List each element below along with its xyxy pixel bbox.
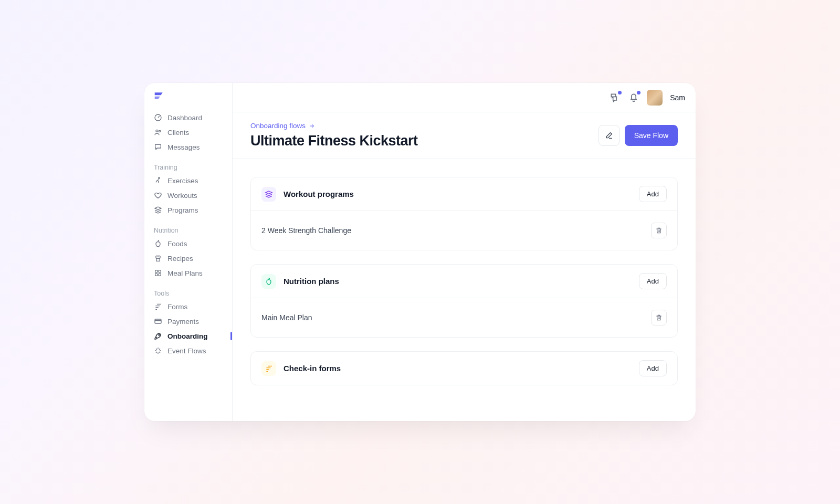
add-workout-program-button[interactable]: Add [639,186,667,202]
add-checkin-form-button[interactable]: Add [639,360,667,376]
sidebar-item-clients[interactable]: Clients [144,125,232,140]
nav-label: Payments [167,318,199,326]
nav-label: Meal Plans [167,269,203,277]
chef-icon [154,254,162,262]
form-icon [154,302,162,311]
topbar: Sam [233,83,696,112]
add-nutrition-plan-button[interactable]: Add [639,273,667,289]
item-name: Main Meal Plan [261,313,312,322]
main-content: Sam Onboarding flows Ultimate Fitness Ki… [233,83,696,421]
nav-heading-training: Training [144,159,232,173]
edit-icon [605,131,613,140]
page-title: Ultimate Fitness Kickstart [250,133,418,149]
sidebar-item-onboarding[interactable]: Onboarding [144,329,232,343]
trash-icon [655,314,663,321]
section-header: Nutrition plans Add [251,265,677,298]
arrow-right-icon [309,123,315,129]
section-workout-programs: Workout programs Add 2 Week Strength Cha… [250,177,678,250]
grid-icon [154,269,162,277]
section-checkin-forms: Check-in forms Add [250,351,678,385]
sparkle-icon [154,346,162,355]
notifications-button[interactable] [628,92,639,103]
logo [144,91,232,108]
section-nutrition-plans: Nutrition plans Add Main Meal Plan [250,264,678,338]
svg-rect-6 [155,274,158,276]
edit-button[interactable] [598,125,620,146]
nav-training-group: Training Exercises Workouts Programs [144,156,232,219]
nav-label: Foods [167,240,187,248]
section-title: Nutrition plans [284,277,339,286]
content-scroll: Workout programs Add 2 Week Strength Cha… [233,159,696,421]
nav-nutrition-group: Nutrition Foods Recipes Meal Plans [144,219,232,282]
username: Sam [670,93,685,102]
stack-icon [261,187,276,202]
nav-label: Recipes [167,255,193,262]
svg-rect-5 [159,270,161,272]
nav-main-group: Dashboard Clients Messages [144,108,232,156]
svg-rect-7 [159,274,161,276]
svg-point-3 [159,177,160,179]
sidebar-item-programs[interactable]: Programs [144,203,232,217]
nav-label: Dashboard [167,114,202,122]
users-icon [154,128,162,136]
sidebar-item-meal-plans[interactable]: Meal Plans [144,266,232,280]
header-actions: Save Flow [598,125,678,146]
nav-label: Clients [167,129,189,136]
sidebar-item-workouts[interactable]: Workouts [144,188,232,203]
nav-label: Forms [167,303,187,311]
nav-heading-nutrition: Nutrition [144,222,232,236]
save-flow-button[interactable]: Save Flow [625,125,678,146]
section-title: Workout programs [284,190,354,198]
breadcrumb-label: Onboarding flows [250,122,306,130]
sidebar-item-dashboard[interactable]: Dashboard [144,110,232,125]
form-icon [261,361,276,376]
svg-point-9 [159,334,160,335]
gauge-icon [154,113,162,122]
list-item: Main Meal Plan [251,298,677,337]
avatar[interactable] [647,90,663,106]
card-icon [154,317,162,326]
nav-label: Messages [167,143,200,151]
svg-point-1 [156,130,158,132]
heart-icon [154,191,162,200]
run-icon [154,176,162,185]
sidebar-item-payments[interactable]: Payments [144,314,232,329]
sidebar-item-event-flows[interactable]: Event Flows [144,343,232,358]
nav-tools-group: Tools Forms Payments Onboarding Event Fl… [144,282,232,360]
svg-rect-8 [155,319,161,323]
item-name: 2 Week Strength Challenge [261,226,351,235]
nav-label: Onboarding [167,332,208,340]
sidebar-item-exercises[interactable]: Exercises [144,173,232,188]
nav-label: Exercises [167,177,198,185]
notification-dot [637,91,640,94]
nav-label: Programs [167,206,198,214]
nav-heading-tools: Tools [144,285,232,299]
delete-item-button[interactable] [651,310,667,326]
apple-icon [261,274,276,289]
svg-rect-4 [155,270,158,272]
nav-label: Workouts [167,192,197,200]
sidebar-item-messages[interactable]: Messages [144,140,232,154]
delete-item-button[interactable] [651,223,667,238]
apple-icon [154,239,162,248]
sidebar: Dashboard Clients Messages Training Exer… [144,83,233,421]
rocket-icon [154,332,162,340]
chat-icon [154,143,162,151]
nav-label: Event Flows [167,347,206,355]
sidebar-item-forms[interactable]: Forms [144,299,232,314]
sidebar-item-foods[interactable]: Foods [144,236,232,251]
breadcrumb[interactable]: Onboarding flows [250,122,418,130]
messages-button[interactable] [609,92,621,103]
section-header: Workout programs Add [251,177,677,211]
app-window: Dashboard Clients Messages Training Exer… [144,83,696,421]
sidebar-item-recipes[interactable]: Recipes [144,251,232,266]
page-header: Onboarding flows Ultimate Fitness Kickst… [233,112,696,159]
trash-icon [655,227,663,234]
list-item: 2 Week Strength Challenge [251,211,677,250]
notification-dot [618,91,622,94]
section-header: Check-in forms Add [251,352,677,385]
section-title: Check-in forms [284,364,341,373]
stack-icon [154,206,162,214]
svg-point-2 [159,130,161,132]
